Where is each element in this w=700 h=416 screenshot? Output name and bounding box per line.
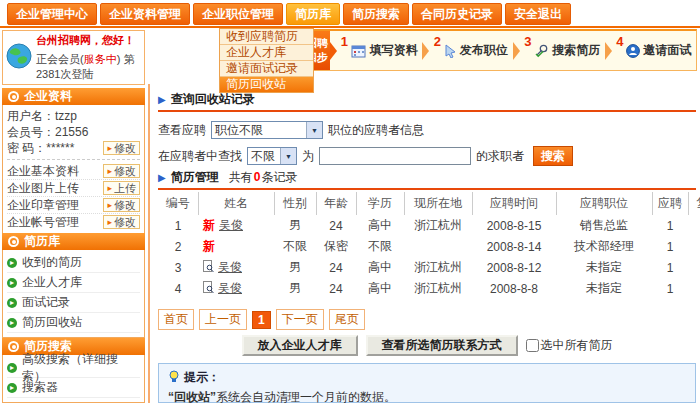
- manage-section-title: ▶ 简历管理 共有0条记录: [158, 170, 696, 185]
- section-rule: [158, 188, 696, 190]
- record-count: 共有0条记录: [229, 169, 298, 186]
- col-location: 现所在地: [404, 192, 472, 215]
- add-to-talent-pool-button[interactable]: 放入企业人才库: [242, 335, 358, 356]
- nav-tab-logout[interactable]: 安全退出: [505, 3, 571, 25]
- position-filter-row: 查看应聘 职位不限 ▼ 职位的应聘者信息: [158, 121, 696, 139]
- bullet-circle-icon: [8, 91, 19, 102]
- dropdown-item-received-resumes[interactable]: 收到应聘简历: [220, 29, 313, 45]
- resume-library-panel: 简历库 ▸ 收到的简历 ▸ 企业人才库 ▸ 面试记录 ▸ 简历回收站: [2, 233, 145, 338]
- member-id-row: 会员号： 21556: [7, 124, 140, 140]
- page-next-button[interactable]: 下一页: [276, 309, 324, 330]
- search-button[interactable]: 搜索: [533, 146, 573, 166]
- step-publish-position[interactable]: 2 发布职位: [429, 31, 514, 70]
- page-last-button[interactable]: 尾页: [329, 309, 365, 330]
- table-header-row: 编号 姓名 性别 年龄 学历 现所在地 应聘时间 应聘职位 应聘 复选: [158, 192, 700, 215]
- company-image-upload-row: 企业图片上传 ▸ 上传: [7, 179, 140, 196]
- divider: [7, 159, 140, 160]
- upload-image-button[interactable]: ▸ 上传: [103, 181, 140, 195]
- magnifier-check-icon: [534, 44, 549, 58]
- sidebar-item-advanced-search[interactable]: ▸ 高级搜索（详细搜索）: [7, 358, 140, 378]
- modify-account-button[interactable]: ▸ 修改: [103, 215, 140, 229]
- nav-tab-company-info[interactable]: 企业资料管理: [100, 3, 190, 25]
- step-search-resumes[interactable]: 3 搜索简历: [520, 31, 605, 70]
- keyword-input[interactable]: [319, 147, 471, 165]
- chevron-icon: [605, 42, 612, 60]
- member-status: 正会会员(服务中) 第2381次登陆: [36, 52, 141, 82]
- table-row: 4 吴俊 男 24 高中 浙江杭州 2008-8-8 未指定 1: [158, 278, 700, 299]
- select-all-label: 选中所有简历: [526, 337, 613, 354]
- position-filter-select[interactable]: 职位不限 ▼: [211, 121, 323, 139]
- modify-basic-info-button[interactable]: ▸ 修改: [103, 164, 140, 178]
- col-age: 年龄: [316, 192, 356, 215]
- sidebar-link-company-account[interactable]: 企业帐号管理: [7, 214, 79, 231]
- col-no: 编号: [158, 192, 198, 215]
- form-calendar-icon: [351, 44, 367, 58]
- modify-seal-button[interactable]: ▸ 修改: [103, 198, 140, 212]
- bullet-circle-icon: [8, 236, 19, 247]
- col-education: 学历: [356, 192, 404, 215]
- keyword-search-row: 在应聘者中查找 不限 ▼ 为 的求职者 搜索: [158, 146, 696, 166]
- page-current[interactable]: 1: [252, 311, 271, 329]
- nav-tab-management-center[interactable]: 企业管理中心: [7, 3, 97, 25]
- dropdown-item-talent-pool[interactable]: 企业人才库: [220, 45, 313, 61]
- top-nav: 企业管理中心 企业资料管理 企业职位管理 简历库 简历搜索 合同历史记录 安全退…: [2, 2, 698, 25]
- green-arrow-icon: ▸: [7, 318, 17, 328]
- resume-library-panel-header: 简历库: [2, 233, 145, 250]
- bulb-icon: [168, 370, 180, 386]
- person-circle-icon: [626, 44, 640, 58]
- tip-title: 提示：: [168, 369, 686, 386]
- green-arrow-icon: ▸: [7, 278, 17, 288]
- click-hand-icon: [444, 44, 457, 58]
- col-name: 姓名: [198, 192, 274, 215]
- col-gender: 性别: [274, 192, 316, 215]
- sidebar-item-interview-records[interactable]: ▸ 面试记录: [7, 293, 140, 313]
- nav-tab-resume-search[interactable]: 简历搜索: [343, 3, 409, 25]
- company-info-panel: 企业资料 用户名： tzzp 会员号： 21556 密 码： ****** ▸ …: [2, 88, 145, 235]
- dropdown-item-recycle-bin[interactable]: 简历回收站: [220, 77, 313, 92]
- step-invite-interview[interactable]: 4 邀请面试: [612, 31, 697, 70]
- applicant-name-link[interactable]: 吴俊: [218, 280, 242, 297]
- applicant-name-link[interactable]: 吴俊: [219, 217, 243, 234]
- bullet-circle-icon: [8, 341, 19, 352]
- modify-password-button[interactable]: ▸ 修改: [103, 141, 140, 155]
- col-apply-date: 应聘时间: [472, 192, 556, 215]
- sidebar-link-company-seal[interactable]: 企业印章管理: [7, 197, 79, 214]
- page-first-button[interactable]: 首页: [158, 309, 194, 330]
- step-fill-profile[interactable]: 1 填写资料: [337, 31, 422, 70]
- green-arrow-icon: ▸: [7, 258, 17, 268]
- password-row: 密 码： ****** ▸ 修改: [7, 140, 140, 156]
- arrow-icon: ▸: [107, 167, 112, 176]
- company-info-panel-header: 企业资料: [2, 88, 145, 105]
- section-arrow-icon: ▶: [158, 95, 166, 105]
- arrow-icon: ▸: [107, 201, 112, 210]
- nav-tab-resume-library[interactable]: 简历库: [286, 3, 340, 25]
- username-value: tzzp: [55, 109, 77, 123]
- nav-tab-company-positions[interactable]: 企业职位管理: [193, 3, 283, 25]
- panel-title: 简历库: [24, 233, 60, 250]
- col-position: 应聘职位: [556, 192, 652, 215]
- applicant-name-link[interactable]: 吴俊: [218, 259, 242, 276]
- sidebar-link-company-image-upload[interactable]: 企业图片上传: [7, 180, 79, 197]
- sidebar-item-talent-pool[interactable]: ▸ 企业人才库: [7, 273, 140, 293]
- chevron-icon: [513, 42, 520, 60]
- dropdown-item-interview-invitations[interactable]: 邀请面试记录: [220, 61, 313, 77]
- welcome-box: 台州招聘网，您好！ 正会会员(服务中) 第2381次登陆: [2, 30, 145, 85]
- chevron-down-icon: ▼: [306, 122, 322, 138]
- recruit-steps-banner: 招聘 四步 1 填写资料 2 发布职位 3 搜索简历 4 邀请面试: [303, 29, 697, 71]
- field-filter-select[interactable]: 不限 ▼: [247, 147, 297, 165]
- service-status: 服务中: [84, 53, 117, 65]
- section-rule: [158, 110, 696, 112]
- col-applied: 应聘: [652, 192, 688, 215]
- arrow-icon: ▸: [107, 144, 112, 153]
- nav-tab-contract-history[interactable]: 合同历史记录: [412, 3, 502, 25]
- sidebar-link-company-basic-info[interactable]: 企业基本资料: [7, 163, 79, 180]
- globe-icon: [6, 43, 32, 72]
- select-all-checkbox[interactable]: [526, 339, 539, 352]
- password-value: ******: [46, 141, 74, 155]
- site-greeting: 台州招聘网，您好！: [36, 33, 141, 48]
- view-contact-info-button[interactable]: 查看所选简历联系方式: [366, 335, 518, 356]
- resume-table: 编号 姓名 性别 年龄 学历 现所在地 应聘时间 应聘职位 应聘 复选 1 新吴…: [158, 192, 700, 299]
- page-prev-button[interactable]: 上一页: [199, 309, 247, 330]
- sidebar-item-resume-recycle-bin[interactable]: ▸ 简历回收站: [7, 313, 140, 333]
- sidebar-item-received-resumes[interactable]: ▸ 收到的简历: [7, 253, 140, 273]
